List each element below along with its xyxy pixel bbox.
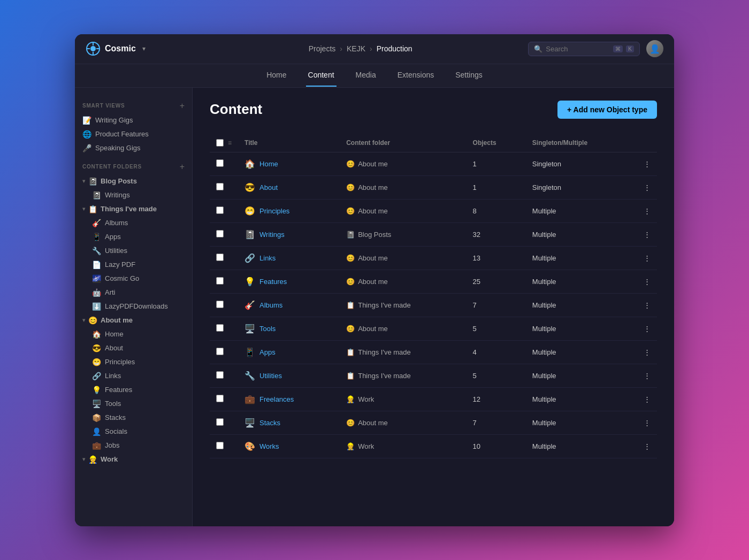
work-caret-icon: ▾ [82, 456, 85, 462]
sidebar-item-speaking-gigs[interactable]: 🎤 Speaking Gigs [75, 141, 192, 155]
about-me-label: About me [101, 316, 133, 324]
singleton-type-1: Singleton [526, 175, 637, 199]
row-checkbox-9[interactable] [216, 371, 224, 379]
folder-name-7: About me [358, 325, 388, 333]
row-title-0[interactable]: Home [259, 160, 278, 168]
row-checkbox-6[interactable] [216, 301, 224, 308]
row-more-btn-10[interactable]: ⋮ [637, 387, 657, 411]
select-all-checkbox[interactable] [216, 139, 224, 147]
row-more-btn-2[interactable]: ⋮ [637, 199, 657, 223]
breadcrumb-projects[interactable]: Projects [309, 44, 336, 53]
objects-count-8: 4 [467, 340, 526, 364]
sidebar-item-stacks[interactable]: 📦 Stacks [75, 411, 192, 425]
sidebar-item-product-features[interactable]: 🌐 Product Features [75, 127, 192, 141]
row-more-btn-1[interactable]: ⋮ [637, 175, 657, 199]
row-more-btn-9[interactable]: ⋮ [637, 364, 657, 387]
row-more-btn-3[interactable]: ⋮ [637, 223, 657, 246]
content-folders-add-btn[interactable]: + [180, 163, 185, 171]
cosmic-go-label: Cosmic Go [105, 274, 185, 282]
row-title-4[interactable]: Links [259, 254, 276, 262]
tab-content[interactable]: Content [306, 64, 337, 87]
row-title-1[interactable]: About [259, 183, 278, 191]
row-checkbox-1[interactable] [216, 183, 224, 190]
sidebar-item-arti[interactable]: 🤖 Arti [75, 286, 192, 300]
title-bar: Cosmic ▾ Projects › KEJK › Production 🔍 … [75, 34, 674, 64]
sidebar-item-tools[interactable]: 🖥️ Tools [75, 397, 192, 411]
sidebar-item-utilities[interactable]: 🔧 Utilities [75, 244, 192, 258]
sidebar-item-about[interactable]: 😎 About [75, 341, 192, 355]
row-more-btn-12[interactable]: ⋮ [637, 434, 657, 458]
row-title-2[interactable]: Principles [259, 207, 289, 215]
row-checkbox-12[interactable] [216, 442, 224, 449]
row-title-3[interactable]: Writings [259, 231, 285, 239]
sidebar-item-lazy-pdf[interactable]: 📄 Lazy PDF [75, 258, 192, 272]
row-more-btn-4[interactable]: ⋮ [637, 246, 657, 270]
add-object-type-button[interactable]: + Add new Object type [557, 101, 657, 119]
row-more-btn-7[interactable]: ⋮ [637, 317, 657, 340]
logo-area: Cosmic ▾ [86, 41, 193, 56]
breadcrumb: Projects › KEJK › Production [193, 44, 528, 53]
row-checkbox-0[interactable] [216, 159, 224, 167]
row-icon-1: 😎 [244, 182, 255, 193]
sidebar-item-principles[interactable]: 😁 Principles [75, 355, 192, 369]
search-input[interactable] [546, 45, 610, 53]
row-title-7[interactable]: Tools [259, 325, 276, 333]
row-title-5[interactable]: Features [259, 278, 287, 286]
row-title-6[interactable]: Albums [259, 301, 282, 309]
sidebar-item-lazypdf-downloads[interactable]: ⬇️ LazyPDFDownloads [75, 300, 192, 313]
row-checkbox-11[interactable] [216, 418, 224, 426]
singleton-type-7: Multiple [526, 317, 637, 340]
sidebar-item-albums[interactable]: 🎸 Albums [75, 216, 192, 230]
home-icon: 🏠 [92, 330, 101, 339]
singleton-type-5: Multiple [526, 270, 637, 293]
sidebar-item-home[interactable]: 🏠 Home [75, 327, 192, 341]
sidebar-item-features[interactable]: 💡 Features [75, 383, 192, 397]
sidebar-item-links[interactable]: 🔗 Links [75, 369, 192, 383]
row-title-8[interactable]: Apps [259, 348, 276, 356]
row-more-btn-5[interactable]: ⋮ [637, 270, 657, 293]
row-title-10[interactable]: Freelances [259, 395, 294, 403]
row-checkbox-4[interactable] [216, 254, 224, 261]
sidebar-item-apps[interactable]: 📱 Apps [75, 230, 192, 244]
table-row: 🔗 Links 😊 About me 13 Multiple ⋮ [210, 246, 657, 270]
sidebar-item-writing-gigs[interactable]: 📝 Writing Gigs [75, 113, 192, 127]
row-checkbox-7[interactable] [216, 324, 224, 332]
row-title-11[interactable]: Stacks [259, 419, 280, 427]
row-title-12[interactable]: Works [259, 442, 279, 450]
app-chevron-icon[interactable]: ▾ [142, 45, 146, 52]
sidebar-item-jobs[interactable]: 💼 Jobs [75, 439, 192, 452]
breadcrumb-production: Production [377, 44, 412, 53]
page-title: Content [210, 101, 262, 118]
tab-media[interactable]: Media [354, 64, 378, 87]
row-more-btn-11[interactable]: ⋮ [637, 411, 657, 434]
stacks-label: Stacks [105, 413, 185, 421]
folder-icon-5: 😊 [346, 278, 355, 286]
objects-count-0: 1 [467, 152, 526, 175]
tab-home[interactable]: Home [264, 64, 288, 87]
avatar[interactable]: 👤 [646, 40, 663, 57]
row-checkbox-3[interactable] [216, 230, 224, 237]
smart-views-add-btn[interactable]: + [180, 102, 185, 110]
row-title-9[interactable]: Utilities [259, 372, 282, 380]
sidebar-item-socials[interactable]: 👤 Socials [75, 425, 192, 439]
sidebar-group-work[interactable]: ▾ 👷 Work [75, 452, 192, 466]
search-box[interactable]: 🔍 ⌘ K [528, 42, 640, 56]
row-more-btn-6[interactable]: ⋮ [637, 293, 657, 317]
sidebar-item-writings[interactable]: 📓 Writings [75, 188, 192, 202]
row-more-btn-8[interactable]: ⋮ [637, 340, 657, 364]
sidebar-group-blog-posts[interactable]: ▾ 📓 Blog Posts [75, 174, 192, 188]
sidebar-item-cosmic-go[interactable]: 🌌 Cosmic Go [75, 272, 192, 286]
sidebar-group-about-me[interactable]: ▾ 😊 About me [75, 313, 192, 327]
blog-posts-label: Blog Posts [101, 177, 137, 185]
breadcrumb-kejk[interactable]: KEJK [347, 44, 365, 53]
col-singleton-multiple: Singleton/Multiple [526, 134, 637, 152]
sidebar-group-things-made[interactable]: ▾ 📋 Things I've made [75, 202, 192, 216]
tab-settings[interactable]: Settings [453, 64, 485, 87]
row-checkbox-5[interactable] [216, 277, 224, 285]
row-checkbox-2[interactable] [216, 206, 224, 214]
col-objects: Objects [467, 134, 526, 152]
row-checkbox-10[interactable] [216, 395, 224, 402]
row-more-btn-0[interactable]: ⋮ [637, 152, 657, 175]
tab-extensions[interactable]: Extensions [395, 64, 436, 87]
row-checkbox-8[interactable] [216, 348, 224, 355]
